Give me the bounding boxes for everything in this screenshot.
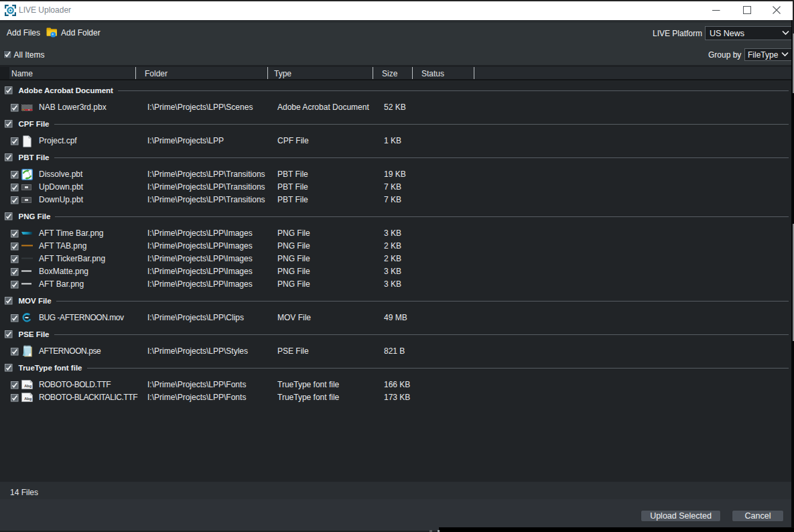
svg-text:Abg: Abg bbox=[24, 384, 31, 388]
svg-text:Abg: Abg bbox=[24, 397, 31, 401]
